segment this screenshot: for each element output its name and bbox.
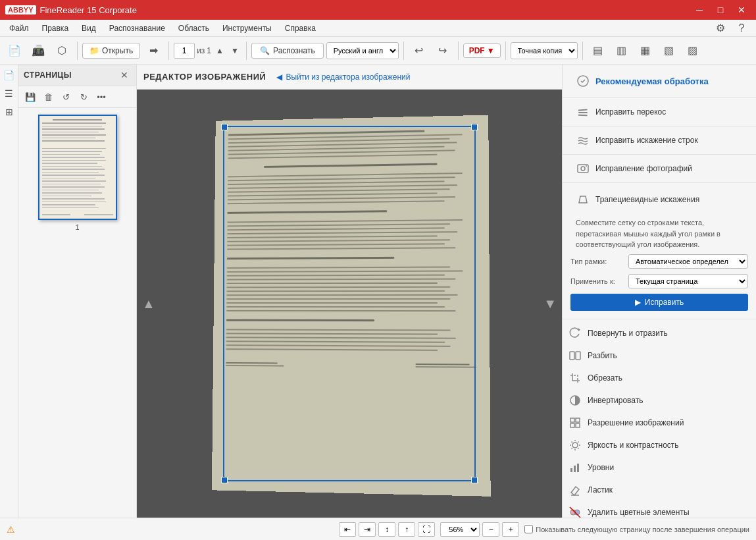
list-view-button[interactable]: ☰ bbox=[1, 86, 17, 101]
frame-type-row: Тип рамки: Автоматическое определел bbox=[570, 254, 748, 269]
recognize-button[interactable]: 🔍 Распознать bbox=[251, 43, 324, 59]
pages-panel-header: СТРАНИЦЫ ✕ bbox=[18, 65, 136, 86]
page-thumbnail-1[interactable] bbox=[38, 115, 117, 220]
show-next-page-label: Показывать следующую страницу после заве… bbox=[536, 526, 749, 533]
fix-lines-button[interactable]: Исправить искажение строк bbox=[570, 129, 748, 151]
brightness-label: Яркость и контрастность bbox=[588, 441, 679, 450]
view-mode-3-button[interactable]: ▦ bbox=[635, 40, 656, 61]
page-number-label: 1 bbox=[75, 223, 79, 231]
recommended-button[interactable]: Рекомендуемая обработка bbox=[570, 70, 748, 92]
back-button[interactable]: ◀ Выйти из редактора изображений bbox=[272, 70, 414, 84]
fix-button[interactable]: ▶ Исправить bbox=[570, 294, 748, 311]
show-next-page-checkbox-label[interactable]: Показывать следующую страницу после заве… bbox=[524, 525, 749, 533]
main-area: 📄 ☰ ⊞ СТРАНИЦЫ ✕ 💾 🗑 ↺ ↻ ••• bbox=[0, 65, 756, 518]
delete-page-button[interactable]: 🗑 bbox=[40, 89, 56, 105]
fullscreen-button[interactable]: ⛶ bbox=[418, 522, 435, 537]
svg-point-6 bbox=[586, 165, 587, 167]
new-document-button[interactable]: 📄 bbox=[4, 40, 25, 61]
fix-skew-button[interactable]: Исправить перекос bbox=[570, 101, 748, 123]
align-vertical-button[interactable]: ↕ bbox=[378, 522, 395, 537]
language-select[interactable]: Русский и англ bbox=[326, 42, 399, 59]
pages-toolbar: 💾 🗑 ↺ ↻ ••• bbox=[18, 86, 136, 108]
svg-rect-12 bbox=[570, 418, 574, 422]
toolbar-separator-6 bbox=[505, 41, 506, 60]
fix-lines-section: Исправить искажение строк bbox=[563, 126, 756, 155]
trapezoid-button[interactable]: Трапециевидные искажения bbox=[570, 188, 748, 211]
pdf-button[interactable]: PDF ▼ bbox=[463, 43, 501, 58]
apply-to-select[interactable]: Текущая страница bbox=[628, 274, 748, 288]
page-total: 1 bbox=[207, 46, 211, 55]
show-next-page-checkbox[interactable] bbox=[524, 525, 533, 533]
more-options-button[interactable]: ••• bbox=[93, 89, 109, 105]
eraser-button[interactable]: Ластик bbox=[563, 479, 756, 501]
crop-label: Обрезать bbox=[588, 373, 622, 383]
copy-mode-select[interactable]: Точная копия bbox=[511, 42, 578, 59]
menu-help[interactable]: Справка bbox=[278, 22, 322, 35]
remove-colors-button[interactable]: Удалить цветные элементы bbox=[563, 501, 756, 518]
view-mode-1-button[interactable]: ▤ bbox=[588, 40, 609, 61]
page-up-button[interactable]: ▲ bbox=[213, 44, 226, 57]
new-page-button[interactable]: 📄 bbox=[1, 67, 17, 83]
corner-handle-bl[interactable] bbox=[221, 477, 228, 483]
document-image bbox=[212, 115, 491, 497]
minimize-button[interactable]: ─ bbox=[690, 3, 709, 17]
undo-button[interactable]: ↩ bbox=[409, 40, 430, 61]
settings-button[interactable]: ⚙ bbox=[711, 19, 730, 38]
align-right-button[interactable]: ⇥ bbox=[359, 522, 376, 537]
zoom-select[interactable]: 56% bbox=[440, 522, 480, 537]
rotate-button[interactable]: Повернуть и отразить bbox=[563, 322, 756, 344]
help-button[interactable]: ? bbox=[732, 19, 751, 38]
menu-tools[interactable]: Инструменты bbox=[216, 22, 278, 35]
invert-label: Инвертировать bbox=[588, 396, 643, 405]
maximize-button[interactable]: □ bbox=[711, 3, 730, 17]
resolution-label: Разрешение изображений bbox=[588, 418, 684, 427]
levels-button[interactable]: Уровни bbox=[563, 456, 756, 479]
close-button[interactable]: ✕ bbox=[732, 3, 751, 17]
app-logo: ABBYY FineReader 15 Corporate bbox=[5, 5, 137, 15]
scroll-up-button[interactable]: ▲ bbox=[142, 296, 155, 311]
align-left-button[interactable]: ⇤ bbox=[339, 522, 356, 537]
abbyy-logo-icon: ABBYY bbox=[5, 5, 36, 14]
menu-edit[interactable]: Правка bbox=[36, 22, 76, 35]
split-button[interactable]: Разбить bbox=[563, 344, 756, 367]
pages-panel-close-button[interactable]: ✕ bbox=[118, 68, 131, 82]
corner-handle-tr[interactable] bbox=[471, 124, 478, 130]
view-mode-2-button[interactable]: ▥ bbox=[611, 40, 632, 61]
view-mode-4-button[interactable]: ▧ bbox=[659, 40, 680, 61]
trapezoid-label: Трапециевидные искажения bbox=[595, 195, 699, 204]
rotate-left-button[interactable]: ↺ bbox=[58, 89, 74, 105]
frame-type-select[interactable]: Автоматическое определел bbox=[628, 254, 748, 269]
align-top-button[interactable]: ↑ bbox=[398, 522, 415, 537]
corner-handle-br[interactable] bbox=[471, 477, 478, 483]
crop-button[interactable]: Обрезать bbox=[563, 367, 756, 389]
zoom-in-button[interactable]: + bbox=[502, 522, 519, 537]
brightness-button[interactable]: Яркость и контрастность bbox=[563, 434, 756, 456]
layers-button[interactable]: ⬡ bbox=[51, 40, 72, 61]
rotate-right-button[interactable]: ↻ bbox=[76, 89, 91, 105]
zoom-out-button[interactable]: − bbox=[482, 522, 499, 537]
trapezoid-desc: Совместите сетку со строками текста, пер… bbox=[570, 215, 748, 254]
page-navigation: из 1 ▲ ▼ bbox=[174, 43, 241, 59]
menu-view[interactable]: Вид bbox=[75, 22, 103, 35]
page-down-button[interactable]: ▼ bbox=[228, 44, 241, 57]
page-number-input[interactable] bbox=[174, 43, 195, 59]
save-pages-button[interactable]: 💾 bbox=[22, 89, 38, 105]
recognize-icon: 🔍 bbox=[260, 46, 270, 55]
image-canvas-area[interactable]: ▲ ▼ bbox=[137, 90, 562, 518]
scroll-down-button[interactable]: ▼ bbox=[543, 296, 557, 311]
view-mode-5-button[interactable]: ▨ bbox=[682, 40, 703, 61]
export-button[interactable]: ➡ bbox=[143, 40, 164, 61]
resolution-button[interactable]: Разрешение изображений bbox=[563, 412, 756, 434]
fix-photo-button[interactable]: Исправление фотографий bbox=[570, 157, 748, 180]
invert-button[interactable]: Инвертировать bbox=[563, 389, 756, 412]
menu-recognize[interactable]: Распознавание bbox=[103, 22, 172, 35]
svg-line-21 bbox=[572, 441, 573, 443]
menu-area[interactable]: Область bbox=[172, 22, 216, 35]
svg-rect-10 bbox=[576, 352, 580, 360]
scan-button[interactable]: 📠 bbox=[28, 40, 49, 61]
open-button[interactable]: 📁 Открыть bbox=[82, 43, 140, 59]
corner-handle-tl[interactable] bbox=[221, 124, 228, 130]
redo-button[interactable]: ↪ bbox=[432, 40, 453, 61]
menu-file[interactable]: Файл bbox=[3, 22, 36, 35]
thumbnail-view-button[interactable]: ⊞ bbox=[1, 104, 17, 120]
